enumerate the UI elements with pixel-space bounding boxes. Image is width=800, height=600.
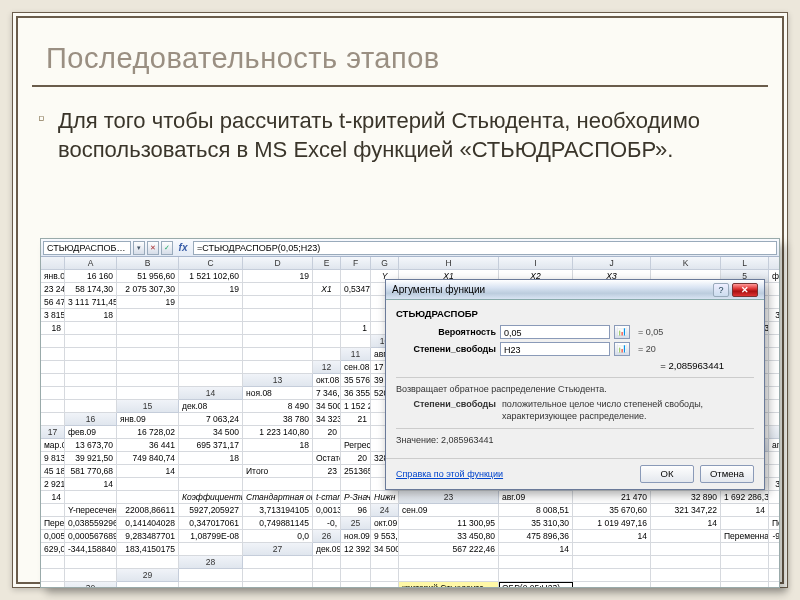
cell[interactable] (179, 309, 243, 322)
cell[interactable]: 34 500 (179, 426, 243, 439)
cell[interactable]: 1 223 140,80 (243, 426, 313, 439)
col-header[interactable]: J (573, 257, 651, 270)
cell[interactable]: 1 692 286,38 (721, 491, 769, 504)
cell[interactable]: 2 075 307,30 (117, 283, 179, 296)
cell[interactable]: 0,000567689 (65, 530, 117, 543)
cell[interactable] (179, 569, 243, 582)
cell[interactable]: 1 (341, 322, 371, 335)
cell[interactable] (243, 569, 313, 582)
col-header[interactable]: H (399, 257, 499, 270)
cell[interactable]: 567 222,46 (399, 543, 499, 556)
cell[interactable]: 34 500 (371, 543, 399, 556)
cell[interactable]: 18 (41, 322, 65, 335)
cell[interactable]: 18 (243, 439, 313, 452)
col-header[interactable]: L (721, 257, 769, 270)
cell[interactable] (65, 569, 117, 582)
row-header[interactable]: 28 (179, 556, 243, 569)
cell[interactable] (769, 556, 780, 569)
selected-cell[interactable]: ОБР(0,05;H23) (499, 582, 573, 588)
cell[interactable]: 0,749881145 (243, 517, 313, 530)
cell[interactable] (117, 322, 179, 335)
cell[interactable]: сен.08 (341, 361, 371, 374)
cell[interactable]: Остаток (313, 452, 341, 465)
cell[interactable]: t-статистика (313, 491, 341, 504)
cell[interactable]: Коэффициенты (179, 491, 243, 504)
cell[interactable] (651, 582, 721, 588)
cell[interactable] (65, 387, 117, 400)
cell[interactable] (243, 556, 313, 569)
cell[interactable] (341, 569, 371, 582)
cell[interactable] (341, 296, 371, 309)
cell[interactable]: 8 490 (243, 400, 313, 413)
cell[interactable] (243, 452, 313, 465)
cell[interactable]: 36 441 (117, 439, 179, 452)
cell[interactable]: 33 450,80 (399, 530, 499, 543)
col-header[interactable]: A (65, 257, 117, 270)
cell[interactable]: 16 160 (65, 270, 117, 283)
cell[interactable] (341, 556, 371, 569)
cell[interactable] (769, 543, 780, 556)
col-header[interactable]: F (341, 257, 371, 270)
cell[interactable] (243, 283, 313, 296)
cell[interactable]: Y-пересечение (65, 504, 117, 517)
dialog-help-icon[interactable]: ? (713, 283, 729, 297)
cell[interactable] (179, 361, 243, 374)
cell[interactable]: 9 104 (769, 452, 780, 465)
cell[interactable] (313, 309, 341, 322)
arg-input-dof[interactable]: H23 (500, 342, 610, 356)
cell[interactable] (651, 569, 721, 582)
cell[interactable]: 45 183 (41, 465, 65, 478)
cell[interactable] (721, 582, 769, 588)
range-picker-icon[interactable]: 📊 (614, 325, 630, 339)
cell[interactable]: 21 470 (573, 491, 651, 504)
cell[interactable] (179, 465, 243, 478)
cell[interactable]: янв.08 (41, 270, 65, 283)
cell[interactable] (399, 569, 499, 582)
cell[interactable] (243, 582, 313, 588)
cell[interactable]: мар.09 (41, 439, 65, 452)
cell[interactable] (41, 335, 65, 348)
cell[interactable] (371, 569, 399, 582)
col-header[interactable]: C (179, 257, 243, 270)
fx-icon[interactable]: fx (175, 242, 191, 253)
row-header[interactable]: 13 (243, 374, 313, 387)
row-header[interactable]: 16 (65, 413, 117, 426)
cell[interactable]: фев.09 (65, 426, 117, 439)
row-header[interactable]: 4 (769, 257, 780, 270)
cell[interactable] (41, 387, 65, 400)
cell[interactable]: 35 670,60 (573, 504, 651, 517)
row-header[interactable]: 14 (179, 387, 243, 400)
row-header[interactable]: 24 (371, 504, 399, 517)
arg-input-probability[interactable]: 0,05 (500, 325, 610, 339)
cell[interactable] (341, 582, 371, 588)
cell[interactable] (769, 413, 780, 426)
cell[interactable]: 51 956,60 (117, 270, 179, 283)
cell[interactable]: 321 347,22 (651, 504, 721, 517)
cell[interactable] (243, 348, 313, 361)
range-picker-icon[interactable]: 📊 (614, 342, 630, 356)
cell[interactable]: 11 300,95 (399, 517, 499, 530)
cell[interactable] (41, 582, 65, 588)
cell[interactable]: 0,141404028 (117, 517, 179, 530)
dialog-close-icon[interactable]: ✕ (732, 283, 758, 297)
cell[interactable] (313, 348, 341, 361)
cell[interactable]: 32 890 (651, 491, 721, 504)
cell[interactable]: 18 (769, 322, 780, 335)
cell[interactable]: 3,713194105 (243, 504, 313, 517)
cell[interactable]: Итого (243, 465, 313, 478)
row-header[interactable]: 11 (341, 348, 371, 361)
cell[interactable]: авг.09 (499, 491, 573, 504)
cell[interactable] (41, 504, 65, 517)
cell[interactable]: 8 008,51 (499, 504, 573, 517)
cell[interactable]: -900,6659436 (769, 530, 780, 543)
cell[interactable] (341, 478, 371, 491)
cell[interactable]: 14 (651, 517, 721, 530)
cell[interactable]: Переменная X 3 (721, 530, 769, 543)
cell[interactable] (243, 361, 313, 374)
cell[interactable] (117, 582, 179, 588)
col-header[interactable]: G (371, 257, 399, 270)
row-header[interactable]: 25 (341, 517, 371, 530)
cell[interactable] (573, 582, 651, 588)
cell[interactable]: Переменная X 1 (41, 517, 65, 530)
cell[interactable]: 1,08799E-08 (179, 530, 243, 543)
